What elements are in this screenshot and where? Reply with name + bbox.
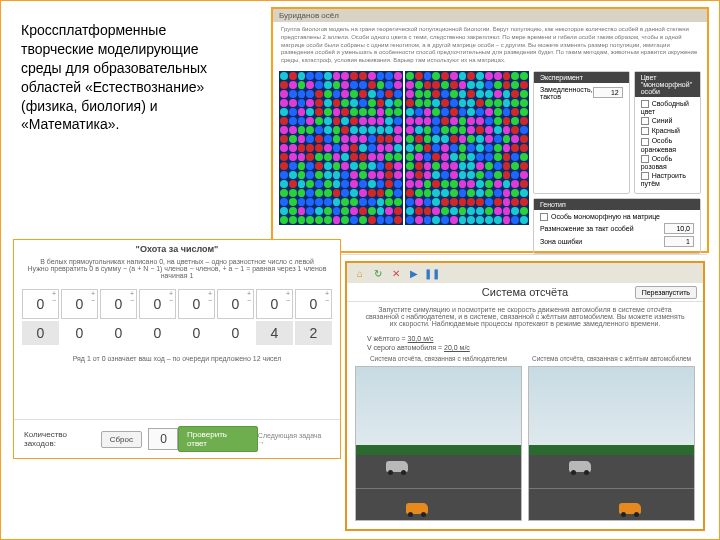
- panel-header: Цвет "мономорфной" особи: [635, 72, 700, 97]
- radio[interactable]: [641, 138, 649, 146]
- physics-sim-window: ⌂ ↻ ✕ ▶ ❚❚ Система отсчёта Перезапустить…: [345, 261, 705, 531]
- param2-value[interactable]: 20,0 м/с: [444, 344, 470, 351]
- radio[interactable]: [641, 100, 649, 108]
- rate-value[interactable]: 10,0: [664, 223, 694, 234]
- bio-description: Группа биологов модель на грани теоретич…: [273, 22, 707, 69]
- number-cell-result: 0: [100, 321, 137, 345]
- param1-value[interactable]: 30,0 м/с: [408, 335, 434, 342]
- play-icon[interactable]: ▶: [407, 266, 421, 280]
- param1-label: V жёлтого =: [367, 335, 406, 342]
- restart-button[interactable]: Перезапустить: [635, 286, 697, 299]
- scene-caption-left: Система отсчёта, связанная с наблюдателе…: [355, 355, 522, 362]
- number-cell[interactable]: 0+−: [256, 289, 293, 319]
- number-cell[interactable]: 0+−: [295, 289, 332, 319]
- number-cell-result: 0: [178, 321, 215, 345]
- number-cell[interactable]: 0+−: [100, 289, 137, 319]
- number-cell[interactable]: 0+−: [22, 289, 59, 319]
- pause-icon[interactable]: ❚❚: [425, 266, 439, 280]
- attempts-label: Количество заходов:: [24, 430, 101, 448]
- number-row-bottom: 00000042: [22, 321, 332, 345]
- rate-label: Размножение за такт особей: [540, 225, 634, 232]
- param2-label: V серого автомобиля =: [367, 344, 442, 351]
- scene-observer: [355, 366, 522, 521]
- slow-label: Замедленность, тактов: [540, 86, 593, 100]
- radio[interactable]: [641, 172, 649, 180]
- number-cell-result: 0: [61, 321, 98, 345]
- physics-description: Запустите симуляцию и посмотрите не скор…: [347, 302, 703, 331]
- experiment-panel: Эксперимент Замедленность, тактов 12: [533, 71, 630, 194]
- check-label: Особь мономорфную на матрице: [551, 213, 660, 220]
- number-cell-result: 0: [139, 321, 176, 345]
- refresh-icon[interactable]: ↻: [371, 266, 385, 280]
- number-cell-result: 0: [22, 321, 59, 345]
- number-cell[interactable]: 0+−: [139, 289, 176, 319]
- bio-title-bar: Буриданов осёл: [273, 9, 707, 22]
- check-answer-button[interactable]: Проверить ответ: [178, 426, 258, 452]
- radio[interactable]: [641, 155, 649, 163]
- gray-car-icon: [386, 461, 408, 472]
- population-grid-right[interactable]: [405, 71, 529, 225]
- orange-car-icon: [406, 503, 428, 514]
- number-cell-result: 2: [295, 321, 332, 345]
- home-icon[interactable]: ⌂: [353, 266, 367, 280]
- number-cell-result: 0: [217, 321, 254, 345]
- physics-toolbar: ⌂ ↻ ✕ ▶ ❚❚: [347, 263, 703, 283]
- genotype-panel: Генотип Особь мономорфную на матрице Раз…: [533, 198, 701, 254]
- biology-sim-window: Буриданов осёл Группа биологов модель на…: [271, 7, 709, 253]
- number-cell[interactable]: 0+−: [178, 289, 215, 319]
- hunt-info: Ряд 1 от 0 означает ваш ход – по очереди…: [14, 351, 340, 366]
- color-panel: Цвет "мономорфной" особи Свободный цветС…: [634, 71, 701, 194]
- physics-title: Система отсчёта: [482, 286, 568, 298]
- hunt-title: "Охота за числом": [14, 240, 340, 258]
- population-grid-left[interactable]: [279, 71, 403, 225]
- close-icon[interactable]: ✕: [389, 266, 403, 280]
- number-cell-result: 4: [256, 321, 293, 345]
- color-opt-label: Красный: [652, 127, 680, 134]
- radio[interactable]: [641, 127, 649, 135]
- counter-value: 0: [148, 428, 178, 450]
- hunt-window: "Охота за числом" В белых прямоугольника…: [13, 239, 341, 459]
- number-cell[interactable]: 0+−: [217, 289, 254, 319]
- gray-car-icon: [569, 461, 591, 472]
- slow-value[interactable]: 12: [593, 87, 623, 98]
- bio-grids: [279, 71, 529, 254]
- eps-value[interactable]: 1: [664, 236, 694, 247]
- hunt-subtitle: В белых прямоугольниках написано 0, на ц…: [14, 258, 340, 283]
- eps-label: Зона ошибки: [540, 238, 582, 245]
- reset-button[interactable]: Сброс: [101, 431, 142, 448]
- color-opt-label: Синий: [652, 117, 673, 124]
- scene-yellow-car: [528, 366, 695, 521]
- scene-caption-right: Система отсчёта, связанная с жёлтым авто…: [528, 355, 695, 362]
- orange-car-icon: [619, 503, 641, 514]
- panel-header: Эксперимент: [534, 72, 629, 83]
- radio[interactable]: [641, 117, 649, 125]
- next-task-link[interactable]: Следующая задача →: [258, 432, 330, 446]
- panel-header: Генотип: [534, 199, 700, 210]
- number-cell[interactable]: 0+−: [61, 289, 98, 319]
- checkbox[interactable]: [540, 213, 548, 221]
- main-description: Кроссплатформенные творческие моделирующ…: [21, 21, 221, 134]
- number-row-top: 0+−0+−0+−0+−0+−0+−0+−0+−: [22, 289, 332, 319]
